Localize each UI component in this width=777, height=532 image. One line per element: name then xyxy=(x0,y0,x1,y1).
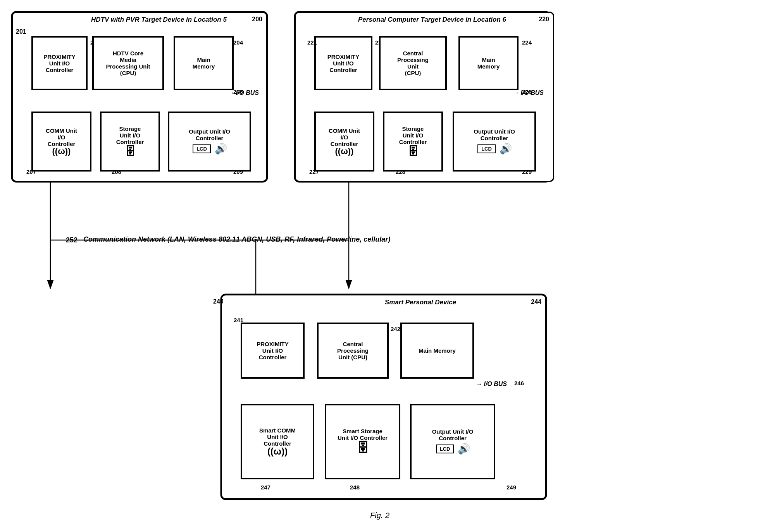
hdtv-ref-200: 200 xyxy=(252,16,262,23)
spd-ref-242: 242 xyxy=(391,326,400,332)
cpu-hdtv-label: HDTV CoreMediaProcessing Unit(CPU) xyxy=(106,50,150,76)
fig-label: Fig. 2 xyxy=(341,511,419,520)
pc-title: Personal Computer Target Device in Locat… xyxy=(327,16,538,24)
speaker-spd-icon: 🔊 xyxy=(458,443,470,455)
hdtv-ref-204: 204 xyxy=(233,39,243,46)
mem-pc-label: MainMemory xyxy=(477,57,500,70)
wifi-pc-icon: ((ω)) xyxy=(335,147,354,156)
prox-pc-box: PROXIMITYUnit I/OController xyxy=(314,36,372,90)
out-hdtv-label: Output Unit I/OController xyxy=(189,128,230,141)
hdtv-iobus-label: → I/O BUS xyxy=(228,89,259,96)
comm-network-label: Communication Network (LAN, Wireless 802… xyxy=(83,235,390,244)
lcd-pc-icon: LCD xyxy=(477,144,496,153)
out-pc-box: Output Unit I/OController LCD 🔊 xyxy=(453,112,536,172)
mem-spd-label: Main Memory xyxy=(419,347,456,354)
stor-pc-label: StorageUnit I/OController xyxy=(399,125,427,145)
prox-hdtv-label: PROXIMITYUnit I/OController xyxy=(43,53,76,73)
pc-ref-227: 227 xyxy=(309,168,319,175)
hdtv-ref-209: 209 xyxy=(233,168,243,175)
mem-hdtv-label: MainMemory xyxy=(193,57,215,70)
spd-ref-244: 244 xyxy=(531,299,541,305)
spd-iobus-label: → I/O BUS xyxy=(476,381,507,388)
prox-hdtv-box: PROXIMITYUnit I/OController xyxy=(31,36,88,90)
out-spd-label: Output Unit I/OController xyxy=(432,428,474,441)
cpu-pc-box: CentralProcessingUnit(CPU) xyxy=(379,36,447,90)
prox-spd-box: PROXIMITYUnit I/OController xyxy=(241,323,305,379)
comm-hdtv-box: COMM UnitI/OController ((ω)) xyxy=(31,112,91,172)
spd-ref-247: 247 xyxy=(261,484,270,491)
pc-ref-228: 228 xyxy=(396,168,405,175)
comm-spd-box: Smart COMMUnit I/OController ((ω)) xyxy=(241,404,314,479)
hdtv-ref-207: 207 xyxy=(26,168,36,175)
stor-hdtv-label: StorageUnit I/OController xyxy=(116,125,144,145)
db-spd-icon: 🗄 xyxy=(357,441,369,455)
mem-pc-box: MainMemory xyxy=(458,36,519,90)
pc-ref-229: 229 xyxy=(522,168,532,175)
comm-pc-label: COMM UnitI/OController xyxy=(329,127,360,147)
comm-hdtv-label: COMM UnitI/OController xyxy=(46,127,77,147)
speaker-hdtv-icon: 🔊 xyxy=(215,143,227,155)
out-hdtv-box: Output Unit I/OController LCD 🔊 xyxy=(168,112,251,172)
prox-spd-label: PROXIMITYUnit I/OController xyxy=(257,341,289,360)
spd-ref-246: 246 xyxy=(514,380,524,386)
mem-spd-box: Main Memory xyxy=(400,323,474,379)
spd-title: Smart Personal Device xyxy=(311,299,530,306)
spd-ref-248: 248 xyxy=(350,484,360,491)
wifi-spd-icon: ((ω)) xyxy=(267,447,288,456)
hdtv-device-box: HDTV with PVR Target Device in Location … xyxy=(12,12,267,182)
comm-spd-label: Smart COMMUnit I/OController xyxy=(259,427,296,447)
out-spd-box: Output Unit I/OController LCD 🔊 xyxy=(410,404,495,479)
out-pc-label: Output Unit I/OController xyxy=(474,128,515,141)
hdtv-ref-201: 201 xyxy=(16,28,26,35)
pc-device-box: Personal Computer Target Device in Locat… xyxy=(295,12,554,182)
spd-ref-249: 249 xyxy=(507,484,516,491)
cpu-pc-label: CentralProcessingUnit(CPU) xyxy=(397,50,429,76)
db-hdtv-icon: 🗄 xyxy=(125,145,136,158)
prox-pc-label: PROXIMITYUnit I/OController xyxy=(327,53,360,73)
stor-spd-label: Smart StorageUnit I/O Controller xyxy=(338,428,388,441)
db-pc-icon: 🗄 xyxy=(408,145,419,158)
hdtv-title: HDTV with PVR Target Device in Location … xyxy=(55,16,262,24)
spd-ref-240: 240 xyxy=(213,298,224,305)
stor-spd-box: Smart StorageUnit I/O Controller 🗄 xyxy=(325,404,400,479)
stor-pc-box: StorageUnit I/OController 🗄 xyxy=(383,112,443,172)
cpu-spd-box: CentralProcessingUnit (CPU) xyxy=(317,323,389,379)
lcd-hdtv-icon: LCD xyxy=(193,144,211,153)
comm-pc-box: COMM UnitI/OController ((ω)) xyxy=(314,112,374,172)
wifi-hdtv-icon: ((ω)) xyxy=(52,147,71,156)
lcd-spd-icon: LCD xyxy=(436,444,454,453)
cpu-hdtv-box: HDTV CoreMediaProcessing Unit(CPU) xyxy=(92,36,164,90)
pc-ref-224: 224 xyxy=(522,39,532,46)
pc-ref-221: 221 xyxy=(307,39,317,46)
comm-network-ref: 252 xyxy=(66,236,78,244)
speaker-pc-icon: 🔊 xyxy=(500,143,512,155)
mem-hdtv-box: MainMemory xyxy=(174,36,234,90)
pc-iobus-label: → I/O BUS xyxy=(513,89,544,96)
stor-hdtv-box: StorageUnit I/OController 🗄 xyxy=(100,112,160,172)
cpu-spd-label: CentralProcessingUnit (CPU) xyxy=(337,341,369,360)
pc-ref-220: 220 xyxy=(539,16,549,23)
spd-device-box: Smart Personal Device 244 241 PROXIMITYU… xyxy=(221,294,546,499)
hdtv-ref-208: 208 xyxy=(112,168,121,175)
